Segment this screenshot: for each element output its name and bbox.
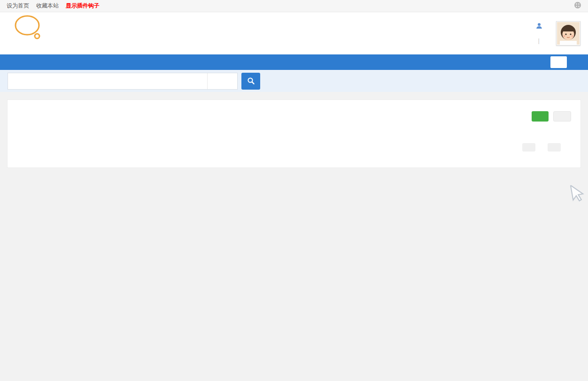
- powered-by: [8, 175, 12, 184]
- logo-bubble-icon: [13, 14, 44, 40]
- watermark: [398, 184, 586, 210]
- topbar-link[interactable]: 设为首页: [7, 2, 29, 10]
- search-button[interactable]: [241, 73, 260, 90]
- user-icon: [536, 23, 542, 30]
- palette-icon[interactable]: [574, 1, 581, 10]
- avatar[interactable]: [556, 21, 580, 46]
- topbar-link[interactable]: 显示插件钩子: [66, 2, 100, 10]
- discuz-logo[interactable]: [8, 14, 108, 53]
- search-icon: [247, 77, 255, 85]
- main-nav: [0, 54, 588, 70]
- prev-page-button[interactable]: [522, 143, 535, 152]
- site-header: |: [0, 12, 588, 54]
- search-bar: [0, 70, 588, 92]
- search-scope-select[interactable]: [207, 73, 237, 89]
- footer: [0, 168, 588, 185]
- topbar-links: 设为首页收藏本站显示插件钩子: [7, 2, 100, 10]
- watermark-url: [399, 204, 587, 210]
- claimed-sites-button[interactable]: [553, 111, 571, 122]
- user-bar: |: [531, 20, 547, 46]
- pagination: [8, 130, 580, 168]
- my-sites-panel: [7, 99, 581, 168]
- cursor-icon: [568, 183, 587, 204]
- quick-nav-button[interactable]: [550, 56, 567, 68]
- published-sites-button[interactable]: [532, 111, 549, 122]
- next-page-button[interactable]: [548, 143, 561, 152]
- topbar-link[interactable]: 收藏本站: [36, 2, 59, 10]
- search-input[interactable]: [8, 73, 207, 89]
- topbar: 设为首页收藏本站显示插件钩子: [0, 0, 588, 12]
